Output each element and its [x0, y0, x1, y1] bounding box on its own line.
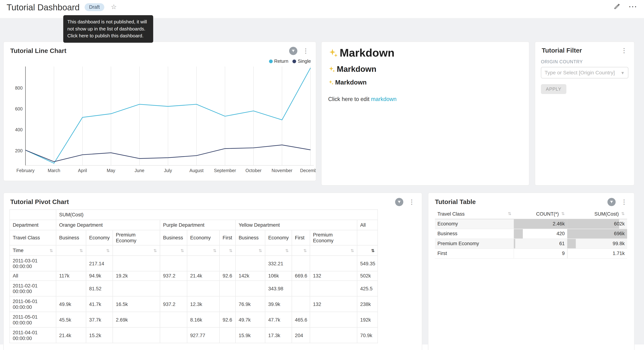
- pivot-cell: 92.6: [220, 312, 236, 328]
- apply-button[interactable]: APPLY: [541, 84, 566, 94]
- table-row: First91.71k: [435, 248, 627, 258]
- col-header-count[interactable]: COUNT(*)⇅: [514, 209, 567, 219]
- sort-icon: ⇅: [285, 248, 289, 253]
- cell-sum: 99.8k: [567, 238, 627, 248]
- sort-icon: ⇅: [303, 248, 307, 253]
- pivot-sort-header[interactable]: ⇅: [357, 245, 378, 256]
- pivot-sort-header[interactable]: ⇅: [236, 245, 265, 256]
- draft-status-badge[interactable]: Draft: [84, 3, 104, 11]
- pivot-cell: [113, 280, 160, 296]
- pivot-row-label: All: [10, 271, 56, 280]
- cell-count: 61: [514, 238, 567, 248]
- pivot-class-header: First: [220, 230, 236, 245]
- filter-panel: Tutorial Filter ⋮ ORIGIN COUNTRY Type or…: [535, 42, 634, 186]
- pivot-data-row: All117k94.9k19.2k937.221.4k92.6142k106k6…: [10, 271, 378, 280]
- markdown-edit-link[interactable]: markdown: [371, 96, 396, 102]
- cell-sum: 602k: [567, 219, 627, 229]
- dashboard-grid: Tutorial Line Chart ⋮ ReturnSingle Febru…: [0, 18, 644, 344]
- line-chart-panel: Tutorial Line Chart ⋮ ReturnSingle Febru…: [3, 42, 316, 181]
- pivot-cell: 927.77: [187, 328, 220, 343]
- pivot-cell: 132: [310, 271, 357, 280]
- col-header-sum[interactable]: SUM(Cost)⇅: [567, 209, 627, 219]
- pivot-data-row: 2011-03-01 00:00:00217.14332.21549.35: [10, 256, 378, 271]
- pivot-class-header: Economy: [265, 230, 292, 245]
- pivot-table: SUM(Cost)DepartmentOrange DepartmentPurp…: [10, 210, 378, 343]
- pivot-cell: 502k: [357, 271, 378, 280]
- pivot-sort-header[interactable]: ⇅: [56, 245, 86, 256]
- publish-tooltip: This dashboard is not published, it will…: [63, 15, 153, 43]
- pivot-kebab-icon[interactable]: ⋮: [408, 198, 416, 206]
- pivot-sort-header[interactable]: ⇅: [220, 245, 236, 256]
- pivot-class-label: Travel Class: [10, 230, 56, 245]
- pivot-cell: 49.7k: [236, 312, 265, 328]
- pivot-sort-header[interactable]: ⇅: [86, 245, 113, 256]
- pivot-class-header: Economy: [187, 230, 220, 245]
- pivot-row-label: 2011-04-01 00:00:00: [10, 328, 56, 343]
- cell-count: 420: [514, 229, 567, 238]
- pivot-metric-row: SUM(Cost): [10, 210, 378, 220]
- pivot-cell: [187, 256, 220, 271]
- markdown-edit-hint: Click here to edit markdown: [328, 96, 522, 102]
- pivot-cell: 15.2k: [86, 328, 113, 343]
- table-filter-icon[interactable]: [607, 198, 616, 206]
- pivot-cell: [160, 328, 187, 343]
- pivot-data-row: 2011-05-01 00:00:0045.5k37.7k2.69k8.16k9…: [10, 312, 378, 328]
- pivot-cell: [310, 328, 357, 343]
- pivot-sort-header[interactable]: ⇅: [292, 245, 310, 256]
- pivot-sort-header[interactable]: ⇅: [187, 245, 220, 256]
- pivot-class-header: Business: [160, 230, 187, 245]
- sort-icon: ⇅: [154, 248, 157, 253]
- pivot-group-header: All: [357, 220, 378, 230]
- more-options-icon[interactable]: ⋯: [628, 3, 638, 10]
- pivot-cell: 117k: [56, 271, 86, 280]
- pivot-class-header: [357, 230, 378, 245]
- table-kebab-icon[interactable]: ⋮: [620, 198, 628, 206]
- cell-travel-class: First: [435, 248, 514, 258]
- cell-travel-class: Economy: [435, 219, 514, 229]
- pivot-sort-row: Time⇅⇅⇅⇅⇅⇅⇅⇅⇅⇅⇅⇅: [10, 245, 378, 256]
- pivot-metric-header: SUM(Cost): [56, 210, 378, 220]
- pivot-cell: 217.14: [86, 256, 113, 271]
- pivot-cell: [56, 256, 86, 271]
- sort-icon: ⇅: [106, 248, 110, 253]
- pivot-class-row: Travel ClassBusinessEconomyPremium Econo…: [10, 230, 378, 245]
- pivot-cell: 669.6: [292, 271, 310, 280]
- pivot-sort-header[interactable]: ⇅: [265, 245, 292, 256]
- sort-icon: ⇅: [508, 212, 512, 216]
- pivot-cell: 37.7k: [86, 312, 113, 328]
- pivot-cell: [310, 280, 357, 296]
- cell-count: 9: [514, 248, 567, 258]
- chart-filter-icon[interactable]: [289, 47, 297, 55]
- col-header-travel-class[interactable]: Travel Class⇅: [435, 209, 514, 219]
- line-chart-title: Tutorial Line Chart: [10, 47, 66, 54]
- filter-kebab-icon[interactable]: ⋮: [620, 47, 628, 54]
- pivot-class-header: Business: [236, 230, 265, 245]
- pivot-cell: [310, 256, 357, 271]
- pivot-cell: 106k: [265, 271, 292, 280]
- sort-icon: ⇅: [180, 248, 184, 253]
- origin-country-select[interactable]: Type or Select [Origin Country] ▼: [541, 67, 628, 78]
- x-axis-label: July: [164, 168, 172, 173]
- pivot-cell: 937.2: [160, 271, 187, 280]
- pivot-filter-icon[interactable]: [395, 198, 403, 206]
- pivot-cell: [220, 328, 236, 343]
- pivot-cell: 92.6: [220, 271, 236, 280]
- favorite-star-icon[interactable]: ☆: [111, 3, 117, 11]
- edit-dashboard-icon[interactable]: [614, 3, 620, 10]
- pivot-cell: [187, 280, 220, 296]
- pivot-sort-header[interactable]: ⇅: [310, 245, 357, 256]
- pivot-sort-header[interactable]: ⇅: [160, 245, 187, 256]
- pivot-data-row: 2011-06-01 00:00:0049.9k41.7k16.5k937.21…: [10, 296, 378, 312]
- sort-icon: ⇅: [621, 212, 625, 216]
- sort-icon: ⇅: [351, 248, 354, 253]
- pivot-sort-header[interactable]: ⇅: [113, 245, 160, 256]
- pivot-cell: [220, 296, 236, 312]
- pivot-cell: [292, 256, 310, 271]
- chart-kebab-icon[interactable]: ⋮: [302, 47, 310, 54]
- pivot-time-header[interactable]: Time⇅: [10, 245, 56, 256]
- y-axis-label: 800: [15, 86, 23, 90]
- table-header-row: Travel Class⇅COUNT(*)⇅SUM(Cost)⇅: [435, 209, 627, 219]
- pivot-cell: 21.4k: [56, 328, 86, 343]
- cell-travel-class: Premium Economy: [435, 238, 514, 248]
- sparkles-icon: [328, 80, 334, 86]
